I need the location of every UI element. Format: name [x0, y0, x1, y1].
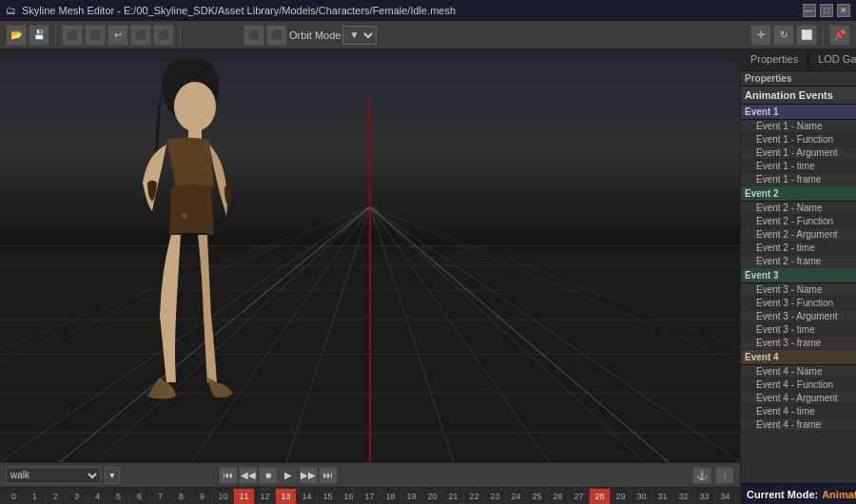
event-row[interactable]: Event 3 - time0.933334 — [741, 323, 856, 337]
timeline-cell[interactable]: 28 — [590, 489, 611, 504]
toolbar-save[interactable]: 💾 — [29, 25, 49, 46]
timeline-cell[interactable]: 7 — [150, 489, 171, 504]
toolbar-mode-btn2[interactable]: ⬛ — [266, 25, 287, 46]
event-group-2[interactable]: Event 2Anim: walk — [741, 186, 856, 202]
timeline-cell[interactable]: 33 — [694, 489, 715, 504]
toolbar-pin[interactable]: 📌 — [829, 25, 850, 46]
timeline-cell[interactable]: 20 — [422, 489, 443, 504]
event-row[interactable]: Event 4 - Argument — [741, 392, 856, 405]
event-group-1[interactable]: Event 1Anim: chop — [741, 105, 856, 120]
timeline-cell[interactable]: 32 — [673, 489, 694, 504]
timeline-cell[interactable]: 2 — [46, 489, 67, 504]
toolbar-btn5[interactable]: ⬛ — [153, 25, 174, 46]
toolbar-mode-btn[interactable]: ⬛ — [243, 25, 264, 46]
event-group-label-2: Event 2 — [745, 188, 779, 199]
event-row[interactable]: Event 3 - Functionevent_doFootStep — [741, 297, 856, 310]
titlebar-controls[interactable]: — □ ✕ — [803, 4, 850, 17]
event-group-label-4: Event 4 — [745, 352, 779, 362]
timeline-cell[interactable]: 30 — [632, 489, 652, 504]
timeline-cell[interactable]: 19 — [401, 489, 422, 504]
timeline-cell[interactable]: 3 — [67, 489, 88, 504]
animation-select[interactable]: walk — [6, 467, 101, 484]
tab-properties[interactable]: Properties — [741, 49, 808, 70]
timeline-cell[interactable]: 12 — [255, 489, 276, 504]
minimize-button[interactable]: — — [803, 4, 816, 17]
event-row[interactable]: Event 4 - time0.2 — [741, 405, 856, 418]
toolbar-btn1[interactable]: ⬛ — [62, 25, 83, 46]
event-row[interactable]: Event 1 - Argument — [741, 146, 856, 160]
anim-select-arrow[interactable]: ▼ — [105, 467, 120, 484]
transport-stop[interactable]: ■ — [259, 467, 278, 484]
timeline-cell[interactable]: 26 — [548, 489, 569, 504]
timeline-cell[interactable]: 15 — [318, 489, 339, 504]
timeline-cell[interactable]: 18 — [380, 489, 401, 504]
toolbar-btn4[interactable]: ⬛ — [130, 25, 151, 46]
transport-back[interactable]: ◀◀ — [239, 467, 258, 484]
transport-play[interactable]: ▶ — [279, 467, 298, 484]
timeline-cell[interactable]: 0 — [4, 489, 25, 504]
event-row[interactable]: Event 1 - Functionevent_doChop — [741, 133, 856, 146]
tab-lod[interactable]: LOD Gate — [808, 49, 856, 70]
timeline-cell[interactable]: 9 — [192, 489, 213, 504]
event-row-key: Event 2 - frame — [756, 256, 856, 266]
toolbar-plus[interactable]: ✛ — [750, 25, 771, 46]
viewport-canvas[interactable]: ✦ — [0, 49, 740, 462]
event-row[interactable]: Event 1 - frame11 — [741, 173, 856, 186]
timeline[interactable]: 0123456789101112131415161718192021222324… — [0, 487, 740, 504]
event-row[interactable]: Event 3 - Argument1 — [741, 310, 856, 323]
transport-fwd[interactable]: ▶▶ — [299, 467, 318, 484]
event-row[interactable]: Event 3 - frame28 — [741, 337, 856, 350]
event-row-key: Event 4 - Name — [756, 366, 856, 377]
timeline-cell[interactable]: 8 — [171, 489, 192, 504]
transport-end[interactable]: ⏭ — [319, 467, 338, 484]
orbit-mode-select[interactable]: ▼ — [342, 26, 377, 45]
timeline-cell[interactable]: 25 — [527, 489, 548, 504]
timeline-cell[interactable]: 16 — [339, 489, 360, 504]
transport-skip-back[interactable]: ⏮ — [219, 467, 238, 484]
timeline-cell[interactable]: 17 — [360, 489, 380, 504]
timeline-cell[interactable]: 10 — [213, 489, 234, 504]
toolbar-box[interactable]: ⬜ — [796, 25, 817, 46]
arrow-icon[interactable]: ↕ — [715, 467, 734, 484]
event-group-3[interactable]: Event 3Anim: walk — [741, 268, 856, 283]
event-row[interactable]: Event 2 - Functionevent_doFootStep — [741, 215, 856, 228]
timeline-cell[interactable]: 34 — [715, 489, 736, 504]
timeline-cell[interactable]: 22 — [464, 489, 485, 504]
timeline-cell[interactable]: 23 — [485, 489, 506, 504]
event-row-key: Event 1 - Function — [756, 134, 856, 145]
timeline-cell[interactable]: 5 — [108, 489, 129, 504]
event-row[interactable]: Event 2 - frame11 — [741, 255, 856, 268]
app-icon: 🗂 — [6, 5, 16, 16]
toolbar-rotate[interactable]: ↻ — [773, 25, 794, 46]
toolbar-btn3[interactable]: ↩ — [107, 25, 128, 46]
timeline-cell[interactable]: 11 — [234, 489, 255, 504]
close-button[interactable]: ✕ — [837, 4, 850, 17]
event-row[interactable]: Event 2 - NameLeft Foot — [741, 202, 856, 215]
maximize-button[interactable]: □ — [820, 4, 833, 17]
event-row[interactable]: Event 2 - Argument0 — [741, 228, 856, 242]
transport-right-icons: ⚓ ↕ — [692, 467, 734, 484]
toolbar-btn2[interactable]: ⬛ — [85, 25, 106, 46]
timeline-cell[interactable]: 1 — [25, 489, 46, 504]
timeline-cell[interactable]: 21 — [443, 489, 464, 504]
timeline-cell[interactable]: 6 — [129, 489, 150, 504]
event-row[interactable]: Event 1 - NameChop Event — [741, 120, 856, 133]
timeline-cell[interactable]: 31 — [652, 489, 673, 504]
timeline-cell[interactable]: 14 — [297, 489, 318, 504]
timeline-cell[interactable]: 4 — [88, 489, 108, 504]
anchor-icon[interactable]: ⚓ — [692, 467, 711, 484]
timeline-cell[interactable]: 29 — [611, 489, 632, 504]
toolbar-open[interactable]: 📂 — [6, 25, 27, 46]
event-row[interactable]: Event 1 - time0.366667 — [741, 160, 856, 173]
timeline-cell[interactable]: 27 — [569, 489, 590, 504]
event-row[interactable]: Event 4 - Functionevent_PlayerKick — [741, 378, 856, 392]
timeline-cell[interactable]: 13 — [276, 489, 297, 504]
timeline-cell[interactable]: 24 — [506, 489, 527, 504]
event-group-4[interactable]: Event 4Anim: kick 1 — [741, 350, 856, 365]
event-row[interactable]: Event 3 - NameRight Foot — [741, 283, 856, 297]
event-row[interactable]: Event 4 - NameKick Ass — [741, 365, 856, 378]
event-row-key: Event 2 - time — [756, 242, 856, 253]
event-row[interactable]: Event 4 - frame6 — [741, 418, 856, 432]
event-row[interactable]: Event 2 - time0.366667 — [741, 242, 856, 255]
current-mode-label: Current Mode: — [747, 489, 818, 500]
